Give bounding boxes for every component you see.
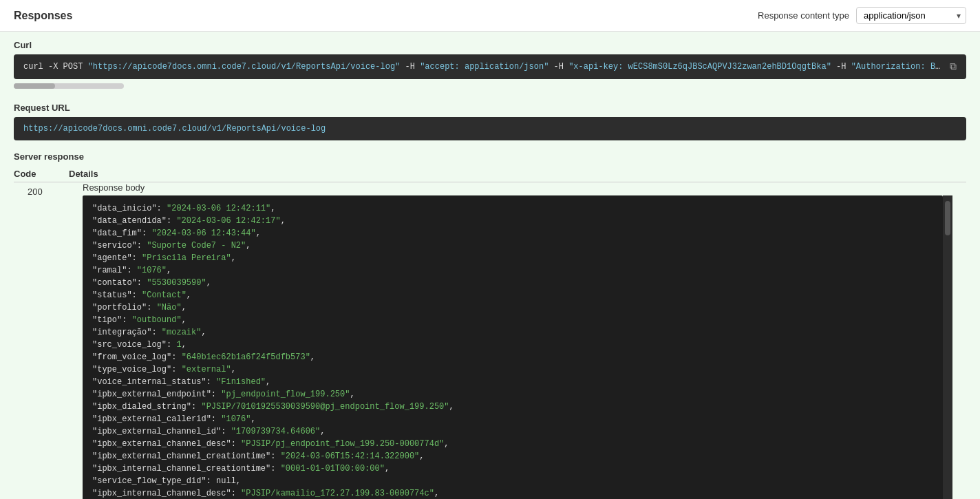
server-response-section: Server response Code Details 200 Respons… xyxy=(0,147,980,499)
curl-url: "https://apicode7docs.omni.code7.cloud/v… xyxy=(88,62,401,72)
curl-scrollbar-thumb xyxy=(14,83,55,89)
header: Responses Response content type applicat… xyxy=(0,0,980,32)
json-line-24: "ipbx_internal_channel_desc": "PJSIP/kam… xyxy=(92,487,933,499)
json-line-9: "portfolio": "Não", xyxy=(92,301,933,314)
json-line-22: "ipbx_internal_channel_creationtime": "0… xyxy=(92,463,933,475)
curl-flag3: -H xyxy=(831,62,851,72)
json-line-11: "integração": "mozaik", xyxy=(92,326,933,339)
curl-scrollbar-row xyxy=(14,81,966,92)
request-url-section: Request URL https://apicode7docs.omni.co… xyxy=(0,97,980,147)
curl-copy-icon[interactable]: ⧉ xyxy=(950,61,957,72)
curl-label: Curl xyxy=(14,40,966,50)
code-col: 200 xyxy=(28,182,83,197)
json-line-1: "data_inicio": "2024-03-06 12:42:11", xyxy=(92,202,933,215)
json-line-15: "voice_internal_status": "Finished", xyxy=(92,376,933,388)
json-line-18: "ipbx_external_callerid": "1076", xyxy=(92,413,933,425)
json-line-23: "service_flow_type_did": null, xyxy=(92,475,933,487)
response-body-label: Response body xyxy=(83,182,952,193)
curl-flag1: -H xyxy=(400,62,420,72)
json-line-4: "servico": "Suporte Code7 - N2", xyxy=(92,240,933,252)
main-content: Curl curl -X POST "https://apicode7docs.… xyxy=(0,32,980,499)
body-col: Response body "data_inicio": "2024-03-06… xyxy=(83,182,952,499)
json-line-16: "ipbx_external_endpoint": "pj_endpoint_f… xyxy=(92,388,933,401)
json-line-20: "ipbx_external_channel_desc": "PJSIP/pj_… xyxy=(92,438,933,450)
json-line-5: "agente": "Priscila Pereira", xyxy=(92,252,933,264)
json-line-14: "type_voice_log": "external", xyxy=(92,363,933,376)
request-url-box: https://apicode7docs.omni.code7.cloud/v1… xyxy=(14,117,966,140)
response-code: 200 xyxy=(28,187,43,197)
curl-string1: "accept: application/json" xyxy=(420,62,548,72)
curl-string2: "x-api-key: wECS8mS0Lz6qJBScAQPVJ32zwan2… xyxy=(568,62,831,72)
curl-box: curl -X POST "https://apicode7docs.omni.… xyxy=(14,54,966,79)
response-scrollbar[interactable] xyxy=(943,195,952,499)
page-container: Responses Response content type applicat… xyxy=(0,0,980,499)
json-line-17: "ipbx_dialed_string": "PJSIP/70101925530… xyxy=(92,401,933,413)
json-line-21: "ipbx_external_channel_creationtime": "2… xyxy=(92,450,933,463)
json-line-13: "from_voice_log": "640b1ec62b1a6f24f5dfb… xyxy=(92,351,933,363)
curl-flag2: -H xyxy=(548,62,568,72)
curl-command-text: curl -X POST "https://apicode7docs.omni.… xyxy=(23,62,943,72)
json-line-12: "src_voice_log": 1, xyxy=(92,339,933,351)
body-row: 200 Response body "data_inicio": "2024-0… xyxy=(28,182,952,499)
curl-keyword: curl -X POST xyxy=(23,62,88,72)
curl-scrollbar-track[interactable] xyxy=(14,83,124,89)
code-header: Code xyxy=(14,169,69,179)
page-title: Responses xyxy=(14,10,72,22)
response-body-wrapper: "data_inicio": "2024-03-06 12:42:11", "d… xyxy=(83,195,952,499)
response-content-type-section: Response content type application/json a… xyxy=(758,7,966,24)
json-line-6: "ramal": "1076", xyxy=(92,264,933,277)
json-line-10: "tipo": "outbound", xyxy=(92,314,933,326)
server-response-header: Code Details xyxy=(14,166,966,182)
response-row-container: 200 Response body "data_inicio": "2024-0… xyxy=(14,182,966,499)
json-line-19: "ipbx_external_channel_id": "1709739734.… xyxy=(92,425,933,438)
response-content-type-select-wrapper[interactable]: application/json application/xml text/pl… xyxy=(856,7,966,24)
request-url-label: Request URL xyxy=(14,103,966,113)
request-url-value: https://apicode7docs.omni.code7.cloud/v1… xyxy=(23,124,326,134)
json-line-7: "contato": "5530039590", xyxy=(92,277,933,289)
response-content-type-label: Response content type xyxy=(758,10,849,21)
curl-section: Curl curl -X POST "https://apicode7docs.… xyxy=(0,32,980,97)
details-header: Details xyxy=(69,169,98,179)
json-line-2: "data_atendida": "2024-03-06 12:42:17", xyxy=(92,215,933,227)
response-body-box[interactable]: "data_inicio": "2024-03-06 12:42:11", "d… xyxy=(83,195,943,499)
response-content-type-select[interactable]: application/json application/xml text/pl… xyxy=(856,7,966,24)
json-line-8: "status": "Contact", xyxy=(92,289,933,301)
server-response-label: Server response xyxy=(14,151,966,162)
curl-string3: "Authorization: Bearer eyJhbGciOiJIUzI..… xyxy=(851,62,943,72)
scrollbar-thumb xyxy=(945,201,950,235)
json-line-3: "data_fim": "2024-03-06 12:43:44", xyxy=(92,227,933,240)
